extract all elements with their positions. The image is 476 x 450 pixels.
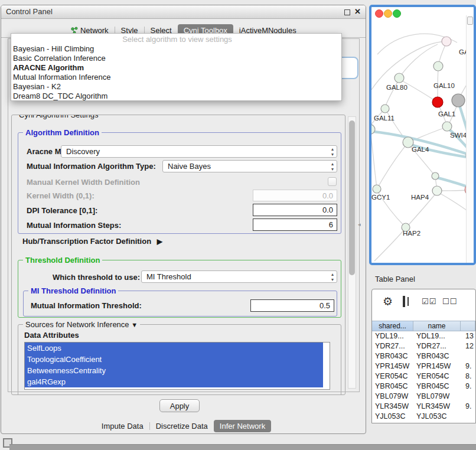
- table-cell: 9.: [461, 402, 475, 412]
- gear-icon[interactable]: ⚙: [383, 295, 393, 308]
- control-panel-window: Control Panel ✕ Network Style Select Cyn…: [1, 5, 366, 434]
- table-cell: YLR345W: [372, 402, 413, 412]
- network-node-gal80[interactable]: [395, 73, 404, 83]
- tab-label: Infer Network: [220, 422, 265, 431]
- table-cell: 12: [461, 341, 475, 351]
- table-row[interactable]: YJL053C YJL053C: [372, 412, 475, 422]
- columns-icon[interactable]: [403, 296, 405, 307]
- zoom-traffic-light-icon[interactable]: [393, 9, 401, 18]
- algorithm-dropdown-popup: Select algorithm to view settings Bayesi…: [11, 33, 342, 101]
- table-row[interactable]: YLR345W YLR345W 9.: [372, 402, 475, 412]
- table-cell: [461, 392, 475, 402]
- table-cell: YBR043C: [372, 351, 413, 361]
- column-header-shared[interactable]: shared...: [372, 321, 413, 331]
- scrollbar-thumb[interactable]: [349, 120, 355, 275]
- network-node-gray[interactable]: [452, 94, 465, 107]
- scrollbar-button[interactable]: [467, 17, 473, 25]
- table-cell: YER054C: [413, 371, 461, 381]
- network-node[interactable]: [442, 37, 451, 46]
- table-cell: 9.: [461, 381, 475, 392]
- table-cell: 8.: [461, 371, 475, 381]
- table-cell: YDR27...: [413, 341, 461, 351]
- bottom-tabbar: Impute Data Discretize Data Infer Networ…: [1, 419, 366, 433]
- dropdown-option[interactable]: Mutual Information Inference: [11, 73, 341, 82]
- table-row[interactable]: YER054C YER054C 8.: [372, 371, 475, 381]
- node-label: GAL4: [412, 146, 429, 153]
- select-all-checkboxes-icon[interactable]: ☑☑: [422, 297, 436, 306]
- table-cell: YDL19...: [413, 331, 461, 341]
- screen: Control Panel ✕ Network Style Select Cyn…: [0, 0, 476, 450]
- network-node-hap4[interactable]: [432, 186, 442, 195]
- tab-label: Impute Data: [102, 422, 144, 431]
- table-row[interactable]: YBR043C YBR043C: [372, 351, 475, 361]
- table-row[interactable]: YPR145W YPR145W 9.: [372, 361, 475, 371]
- dropdown-prompt: Select algorithm to view settings: [11, 35, 341, 44]
- column-header-name[interactable]: name: [413, 321, 461, 331]
- dropdown-option[interactable]: Bayesian - K2: [11, 82, 341, 92]
- table-cell: YBL079W: [413, 392, 461, 402]
- node-label: GCY1: [371, 194, 390, 201]
- table-cell: [461, 351, 475, 361]
- bottom-panel-edge: [9, 444, 476, 450]
- network-icon: [70, 27, 78, 34]
- table-cell: YDR27...: [372, 341, 413, 351]
- node-label: GAL10: [433, 82, 455, 89]
- settings-scrollbar[interactable]: [348, 116, 356, 389]
- node-label: HAP2: [403, 230, 420, 237]
- network-node[interactable]: [432, 172, 439, 180]
- table-cell: YBR045C: [372, 381, 413, 392]
- dropdown-option[interactable]: Dream8 DC_TDC Algorithm: [11, 92, 341, 101]
- table-row[interactable]: YDR27... YDR27... 12: [372, 341, 475, 351]
- table-cell: [461, 412, 475, 422]
- window-title: Control Panel: [6, 5, 53, 18]
- tab-label: Discretize Data: [156, 422, 208, 431]
- table-row[interactable]: YBR045C YBR045C 9.: [372, 381, 475, 392]
- dropdown-option[interactable]: Basic Correlation Inference: [11, 54, 341, 63]
- table-cell: 13: [461, 331, 475, 341]
- table-cell: YDL19...: [372, 331, 413, 341]
- network-node-gcy1[interactable]: [373, 185, 381, 193]
- table-cell: YLR345W: [413, 402, 461, 412]
- control-panel-titlebar[interactable]: Control Panel ✕: [1, 5, 366, 19]
- column-header[interactable]: [461, 321, 475, 331]
- node-label: GAL11: [374, 115, 395, 122]
- node-label: SWI4: [450, 132, 467, 139]
- table-cell: 9.: [461, 361, 475, 371]
- deselect-all-checkboxes-icon[interactable]: ☐☐: [442, 297, 457, 306]
- dropdown-option[interactable]: Bayesian - Hill Climbing: [11, 44, 341, 54]
- network-node[interactable]: [433, 61, 443, 71]
- table-cell: YBR043C: [413, 351, 461, 361]
- node-label: GAL80: [386, 84, 407, 91]
- dropdown-option-selected[interactable]: ARACNE Algorithm: [11, 63, 341, 73]
- close-icon[interactable]: ✕: [354, 6, 361, 17]
- table-row[interactable]: YBL079W YBL079W: [372, 392, 475, 402]
- network-scrollbar[interactable]: [466, 15, 474, 263]
- table-header-row: shared... name: [372, 321, 475, 331]
- table-panel-window: ⚙ ☑☑ ☐☐ shared... name YDL19... YDL19...…: [371, 289, 476, 423]
- network-node-gal10-selected[interactable]: [432, 97, 443, 107]
- tab-discretize-data[interactable]: Discretize Data: [150, 420, 214, 432]
- tab-infer-network[interactable]: Infer Network: [214, 420, 271, 432]
- network-view-window[interactable]: GAL GAL80 GAL10 GAL11 GAL1 SWI4 GAL4 GCY…: [369, 5, 476, 265]
- table-cell: YER054C: [372, 371, 413, 381]
- network-node-labels: GAL GAL80 GAL10 GAL11 GAL1 SWI4 GAL4 GCY…: [371, 48, 473, 237]
- network-node-gal11[interactable]: [381, 105, 389, 113]
- node-label: GAL1: [438, 110, 455, 118]
- table-body: YDL19... YDL19... 13 YDR27... YDR27... 1…: [372, 331, 475, 422]
- network-canvas[interactable]: GAL GAL80 GAL10 GAL11 GAL1 SWI4 GAL4 GCY…: [371, 7, 474, 263]
- table-panel-title: Table Panel: [375, 275, 415, 283]
- minimize-traffic-light-icon[interactable]: [384, 9, 392, 18]
- float-window-icon[interactable]: [344, 9, 350, 15]
- table-cell: YBR045C: [413, 381, 461, 392]
- table-cell: YJL053C: [413, 412, 461, 422]
- apply-button[interactable]: Apply: [159, 399, 200, 412]
- table-cell: YPR145W: [372, 361, 413, 371]
- network-node-gal1[interactable]: [442, 122, 452, 131]
- close-traffic-light-icon[interactable]: [375, 9, 383, 18]
- table-cell: YJL053C: [372, 412, 413, 422]
- table-cell: YPR145W: [413, 361, 461, 371]
- table-cell: YBL079W: [372, 392, 413, 402]
- tab-impute-data[interactable]: Impute Data: [96, 420, 149, 432]
- table-row[interactable]: YDL19... YDL19... 13: [372, 331, 475, 341]
- node-label: HAP4: [411, 194, 429, 201]
